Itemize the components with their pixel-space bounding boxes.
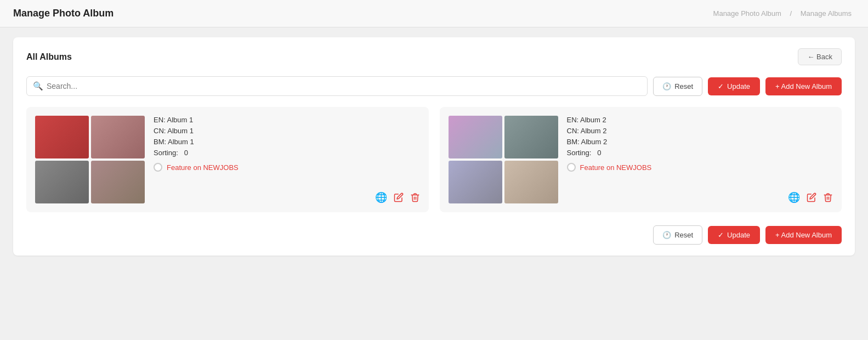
bottom-toolbar: 🕐 Reset ✓ Update + Add New Album	[26, 225, 842, 245]
main-card: All Albums ← Back 🔍 🕐 Reset ✓ Update + A…	[13, 37, 855, 256]
album-images-1	[35, 116, 145, 203]
album-2-feature-radio[interactable]	[567, 163, 576, 172]
check-icon-bottom: ✓	[718, 231, 724, 239]
album-1-globe-icon[interactable]: 🌐	[375, 191, 387, 203]
album-details-2: EN: Album 2 CN: Album 2 BM: Album 2 Sort…	[567, 116, 833, 172]
album-image-2-4	[504, 161, 558, 203]
breadcrumb-part1: Manage Photo Album	[713, 9, 781, 18]
search-wrapper: 🔍	[26, 76, 648, 96]
album-2-feature-label: Feature on NEWJOBS	[580, 163, 652, 172]
add-label-bottom: + Add New Album	[775, 231, 832, 239]
album-details-1: EN: Album 1 CN: Album 1 BM: Album 1 Sort…	[154, 116, 420, 172]
back-button[interactable]: ← Back	[798, 48, 842, 65]
album-1-edit-icon[interactable]	[394, 192, 404, 202]
album-2-sorting: Sorting: 0	[567, 149, 833, 157]
album-2-feature: Feature on NEWJOBS	[567, 163, 833, 172]
album-card-2: EN: Album 2 CN: Album 2 BM: Album 2 Sort…	[440, 107, 842, 212]
album-image-1-4	[91, 161, 145, 203]
album-1-cn: CN: Album 1	[154, 127, 420, 135]
reset-clock-icon: 🕐	[662, 82, 671, 90]
album-2-delete-icon[interactable]	[823, 192, 833, 202]
album-image-2-3	[449, 161, 502, 203]
reset-button-top[interactable]: 🕐 Reset	[653, 77, 702, 96]
add-new-album-button-bottom[interactable]: + Add New Album	[765, 226, 842, 244]
album-2-globe-icon[interactable]: 🌐	[788, 191, 800, 203]
albums-grid: EN: Album 1 CN: Album 1 BM: Album 1 Sort…	[26, 107, 842, 212]
album-1-bm: BM: Album 1	[154, 138, 420, 146]
breadcrumb-separator: /	[790, 9, 792, 18]
search-icon: 🔍	[33, 81, 43, 91]
add-new-album-button-top[interactable]: + Add New Album	[765, 77, 842, 95]
album-info-1: EN: Album 1 CN: Album 1 BM: Album 1 Sort…	[154, 116, 420, 203]
album-2-actions: 🌐	[567, 191, 833, 203]
album-2-edit-icon[interactable]	[807, 192, 816, 202]
album-info-2: EN: Album 2 CN: Album 2 BM: Album 2 Sort…	[567, 116, 833, 203]
reset-button-bottom[interactable]: 🕐 Reset	[653, 225, 702, 245]
update-label-top: Update	[727, 82, 750, 90]
update-button-top[interactable]: ✓ Update	[708, 77, 760, 95]
main-content: All Albums ← Back 🔍 🕐 Reset ✓ Update + A…	[0, 27, 868, 265]
album-2-cn: CN: Album 2	[567, 127, 833, 135]
update-button-bottom[interactable]: ✓ Update	[708, 226, 760, 244]
card-header: All Albums ← Back	[26, 48, 842, 65]
album-1-en: EN: Album 1	[154, 116, 420, 124]
reset-label-bottom: Reset	[674, 231, 693, 239]
album-image-1-2	[91, 116, 145, 158]
album-image-1-1	[35, 116, 89, 158]
album-1-actions: 🌐	[154, 191, 420, 203]
album-1-feature-radio[interactable]	[154, 163, 162, 172]
card-title: All Albums	[26, 52, 72, 62]
album-2-en: EN: Album 2	[567, 116, 833, 124]
album-1-delete-icon[interactable]	[410, 192, 420, 202]
search-input[interactable]	[26, 76, 648, 96]
top-toolbar: 🔍 🕐 Reset ✓ Update + Add New Album	[26, 76, 842, 96]
album-image-2-2	[504, 116, 558, 158]
page-header: Manage Photo Album Manage Photo Album / …	[0, 0, 868, 27]
update-label-bottom: Update	[727, 231, 750, 239]
album-card-1: EN: Album 1 CN: Album 1 BM: Album 1 Sort…	[26, 107, 429, 212]
album-image-1-3	[35, 161, 89, 203]
check-icon-top: ✓	[718, 82, 724, 90]
album-1-feature: Feature on NEWJOBS	[154, 163, 420, 172]
breadcrumb: Manage Photo Album / Manage Albums	[710, 9, 855, 18]
reset-label-top: Reset	[674, 82, 693, 90]
breadcrumb-part2: Manage Albums	[801, 9, 852, 18]
add-label-top: + Add New Album	[775, 82, 832, 90]
reset-clock-icon-bottom: 🕐	[662, 231, 671, 239]
album-images-2	[449, 116, 558, 203]
album-image-2-1	[449, 116, 502, 158]
album-1-feature-label: Feature on NEWJOBS	[167, 163, 239, 172]
album-1-sorting: Sorting: 0	[154, 149, 420, 157]
page-title: Manage Photo Album	[13, 8, 114, 19]
album-2-bm: BM: Album 2	[567, 138, 833, 146]
